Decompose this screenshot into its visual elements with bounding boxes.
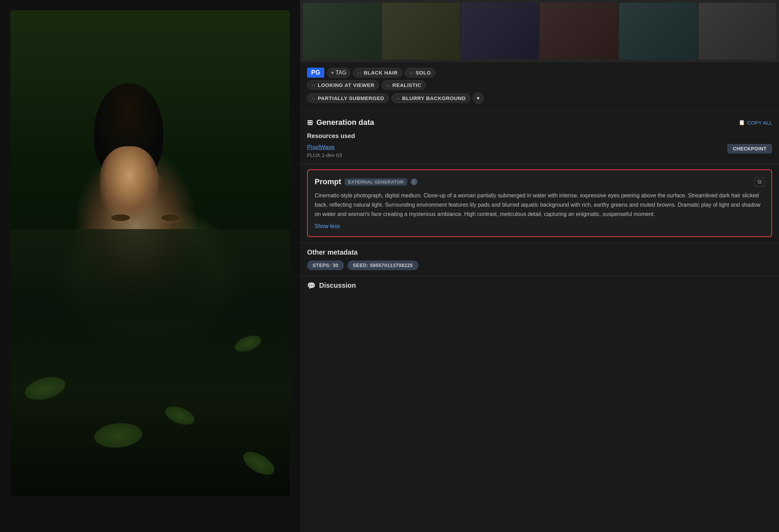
tag-arrows-solo: ↑↓: [410, 71, 414, 75]
thumb-2[interactable]: [382, 3, 460, 59]
resource-row: PixelWave FLUX.1-dev 03 CHECKPOINT: [307, 144, 772, 158]
right-panel: PG + TAG ↑↓ BLACK HAIR ↑↓ SOLO ↑↓ LOOKIN…: [300, 0, 779, 532]
image-panel: [0, 0, 300, 532]
metadata-badges: STEPS: 30 SEED: 595570113708225: [307, 260, 772, 270]
tags-row-3: ↑↓ PARTIALLY SUBMERGED ↑↓ BLURRY BACKGRO…: [307, 92, 772, 104]
tag-realistic[interactable]: ↑↓ REALISTIC: [382, 80, 426, 90]
tag-arrows-realistic: ↑↓: [386, 83, 390, 87]
checkpoint-badge: CHECKPOINT: [727, 144, 772, 154]
copy-prompt-button[interactable]: ⧉: [755, 177, 765, 187]
thumb-4[interactable]: [540, 3, 618, 59]
external-generator-badge: EXTERNAL GENERATOR: [345, 178, 407, 186]
thumb-5[interactable]: [619, 3, 697, 59]
thumb-6[interactable]: [699, 3, 776, 59]
tags-section: PG + TAG ↑↓ BLACK HAIR ↑↓ SOLO ↑↓ LOOKIN…: [300, 62, 779, 111]
prompt-title: Prompt: [315, 177, 341, 186]
discussion-section: 💬 Discussion: [300, 276, 779, 295]
main-image: [10, 10, 290, 496]
copy-all-button[interactable]: 📋 COPY ALL: [739, 119, 772, 126]
prompt-section: Prompt EXTERNAL GENERATOR i ⧉ Cinematic-…: [307, 169, 772, 237]
image-strip: [300, 0, 779, 62]
resources-label: Resources used: [307, 132, 772, 140]
resource-name[interactable]: PixelWave: [307, 144, 342, 151]
tag-arrows-submerged: ↑↓: [312, 96, 316, 100]
tag-arrows-looking: ↑↓: [312, 83, 316, 87]
tag-expand-button[interactable]: ▾: [473, 92, 483, 104]
face-shape: [100, 146, 158, 219]
steps-badge: STEPS: 30: [307, 260, 344, 270]
tag-arrows-blurry: ↑↓: [396, 96, 400, 100]
tag-blurry-background[interactable]: ↑↓ BLURRY BACKGROUND: [392, 93, 470, 103]
tag-add-button[interactable]: + TAG: [327, 68, 350, 78]
generation-section: ⊞ Generation data 📋 COPY ALL Resources u…: [300, 111, 779, 164]
gen-icon: ⊞: [307, 118, 313, 127]
prompt-title-row: Prompt EXTERNAL GENERATOR i: [315, 177, 417, 186]
thumb-1[interactable]: [303, 3, 381, 59]
tags-row-2: ↑↓ LOOKING AT VIEWER ↑↓ REALISTIC: [307, 80, 772, 90]
tag-arrows-black-hair: ↑↓: [357, 71, 362, 75]
info-icon[interactable]: i: [411, 178, 417, 185]
seed-badge: SEED: 595570113708225: [347, 260, 418, 270]
metadata-section: Other metadata STEPS: 30 SEED: 595570113…: [300, 243, 779, 276]
discussion-title: 💬 Discussion: [307, 282, 772, 290]
tag-solo[interactable]: ↑↓ SOLO: [405, 68, 436, 77]
show-less-button[interactable]: Show less: [315, 223, 340, 229]
tag-partially-submerged[interactable]: ↑↓ PARTIALLY SUBMERGED: [307, 93, 389, 103]
resource-info: PixelWave FLUX.1-dev 03: [307, 144, 342, 158]
tags-row-1: PG + TAG ↑↓ BLACK HAIR ↑↓ SOLO: [307, 68, 772, 78]
tag-pg[interactable]: PG: [307, 68, 324, 78]
gen-section-title: ⊞ Generation data: [307, 118, 374, 127]
discussion-icon: 💬: [307, 282, 316, 290]
tag-looking-at-viewer[interactable]: ↑↓ LOOKING AT VIEWER: [307, 80, 379, 90]
gen-section-header: ⊞ Generation data 📋 COPY ALL: [307, 118, 772, 127]
prompt-text: Cinematic-style photograph, digital medi…: [315, 191, 765, 219]
metadata-title: Other metadata: [307, 248, 772, 256]
thumb-3[interactable]: [461, 3, 539, 59]
tag-black-hair[interactable]: ↑↓ BLACK HAIR: [353, 68, 402, 77]
copy-icon: 📋: [739, 119, 745, 126]
prompt-header: Prompt EXTERNAL GENERATOR i ⧉: [315, 177, 765, 187]
resource-sub: FLUX.1-dev 03: [307, 152, 342, 158]
